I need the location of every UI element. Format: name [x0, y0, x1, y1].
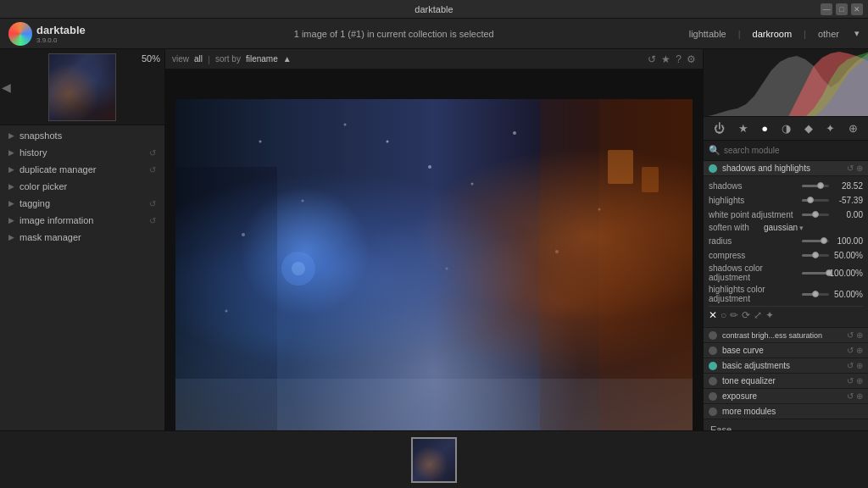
- module-preset-icon[interactable]: ↺: [847, 164, 854, 173]
- svg-rect-3: [642, 167, 659, 192]
- module-base-curve[interactable]: base curve ↺ ⊕: [704, 343, 868, 358]
- filmstrip-thumb-item[interactable]: [411, 437, 457, 483]
- module-tone-equalizer[interactable]: tone equalizer ↺ ⊕: [704, 374, 868, 389]
- tab-darkroom[interactable]: darkroom: [749, 27, 795, 41]
- module-reset-icon[interactable]: ↺: [847, 361, 854, 370]
- module-reset-icon[interactable]: ↺: [847, 346, 854, 355]
- menu-item-duplicate-manager[interactable]: ▶ duplicate manager ↺: [0, 161, 164, 178]
- maximize-button[interactable]: □: [836, 3, 848, 15]
- module-reset-icon[interactable]: ↺: [847, 391, 854, 401]
- minimize-button[interactable]: —: [821, 3, 832, 15]
- menu-item-color-picker[interactable]: ▶ color picker: [0, 178, 164, 195]
- module-instance-icon[interactable]: ⊕: [856, 164, 863, 173]
- view-sep: |: [208, 54, 210, 64]
- slider-thumb[interactable]: [812, 291, 819, 297]
- collapse-left-arrow[interactable]: ◀: [0, 79, 13, 96]
- param-label: compress: [709, 251, 802, 260]
- help-icon[interactable]: ?: [676, 53, 682, 65]
- module-enable-toggle[interactable]: [709, 331, 717, 340]
- tab-other[interactable]: other: [815, 27, 843, 41]
- slider-thumb[interactable]: [817, 182, 824, 189]
- reset-icon[interactable]: ↺: [149, 165, 156, 175]
- highlights-color-slider[interactable]: [802, 288, 829, 300]
- mask-raster-icon[interactable]: ⤢: [754, 309, 762, 321]
- app-version: 3.9.0.0: [36, 36, 86, 44]
- search-module-input[interactable]: [724, 146, 863, 155]
- mask-combine-icon[interactable]: ✦: [765, 309, 774, 321]
- nav-dropdown[interactable]: ▾: [854, 28, 860, 39]
- sort-asc-icon[interactable]: ▲: [283, 54, 292, 64]
- module-instance-icon[interactable]: ⊕: [856, 361, 863, 370]
- param-shadows-color: shadows color adjustment 100.00%: [709, 263, 863, 282]
- mask-path-icon[interactable]: ✏: [730, 309, 738, 321]
- module-actions: ↺ ⊕: [847, 164, 863, 173]
- module-contrast-brightness[interactable]: contrast brigh...ess saturation ↺ ⊕: [704, 328, 868, 343]
- mask-off-icon[interactable]: ✕: [709, 309, 717, 321]
- module-more-modules[interactable]: more modules: [704, 404, 868, 419]
- svg-rect-4: [175, 167, 277, 438]
- module-enable-toggle[interactable]: [709, 392, 717, 401]
- slider-thumb[interactable]: [807, 197, 814, 203]
- module-basic-adjustments[interactable]: basic adjustments ↺ ⊕: [704, 358, 868, 374]
- slider-thumb[interactable]: [812, 252, 819, 258]
- star-icon[interactable]: ★: [661, 53, 670, 65]
- slider-thumb[interactable]: [812, 211, 819, 218]
- menu-item-tagging[interactable]: ▶ tagging ↺: [0, 195, 164, 212]
- menu-item-snapshots[interactable]: ▶ snapshots: [0, 127, 164, 144]
- menu-item-history[interactable]: ▶ history ↺: [0, 144, 164, 161]
- param-value: -57.39: [829, 196, 863, 205]
- nav-sep-2: |: [804, 29, 806, 39]
- reset-icon[interactable]: ↺: [149, 148, 156, 158]
- module-reset-icon[interactable]: ↺: [847, 376, 854, 385]
- radius-slider[interactable]: [802, 235, 829, 247]
- mask-circle-icon[interactable]: ○: [721, 309, 726, 321]
- star-module-icon[interactable]: ★: [735, 120, 752, 136]
- slider-thumb[interactable]: [821, 237, 827, 244]
- slider-track: [802, 199, 829, 202]
- close-button[interactable]: ✕: [851, 3, 863, 15]
- module-instance-icon[interactable]: ⊕: [856, 330, 863, 340]
- slider-thumb[interactable]: [826, 269, 832, 276]
- plus-icon[interactable]: ⊕: [845, 120, 861, 136]
- refresh-icon[interactable]: ↺: [648, 53, 656, 65]
- tab-lighttable[interactable]: lighttable: [686, 27, 730, 41]
- svg-point-9: [344, 124, 347, 126]
- soften-value[interactable]: gaussian: [764, 223, 798, 232]
- arrow-icon: ▶: [8, 131, 14, 140]
- module-enable-toggle[interactable]: [709, 408, 717, 416]
- module-instance-icon[interactable]: ⊕: [856, 376, 863, 385]
- settings-icon[interactable]: ⚙: [687, 53, 696, 65]
- highlights-slider[interactable]: [802, 194, 829, 206]
- circle-icon[interactable]: ●: [758, 120, 771, 136]
- power-icon[interactable]: ⏻: [710, 120, 728, 136]
- param-soften-with: soften with gaussian ▾: [709, 223, 863, 232]
- mask-parametric-icon[interactable]: ⟳: [742, 309, 750, 321]
- compress-slider[interactable]: [802, 249, 829, 261]
- module-shadows-highlights[interactable]: shadows and highlights ↺ ⊕: [704, 161, 868, 176]
- reset-icon[interactable]: ↺: [149, 216, 156, 225]
- reset-icon[interactable]: ↺: [149, 199, 156, 208]
- module-enable-toggle[interactable]: [709, 347, 717, 355]
- menu-item-image-information[interactable]: ▶ image information ↺: [0, 212, 164, 229]
- slider-track: [802, 214, 829, 216]
- half-circle-icon[interactable]: ◑: [778, 120, 794, 136]
- module-enable-toggle[interactable]: [709, 377, 717, 385]
- param-radius: radius 100.00: [709, 235, 863, 247]
- module-reset-icon[interactable]: ↺: [847, 330, 854, 340]
- module-exposure[interactable]: exposure ↺ ⊕: [704, 389, 868, 404]
- param-highlights: highlights -57.39: [709, 194, 863, 206]
- view-select[interactable]: all: [194, 54, 203, 64]
- sparkle-icon[interactable]: ✦: [822, 120, 838, 136]
- white-point-slider[interactable]: [802, 208, 829, 220]
- module-enable-toggle[interactable]: [709, 164, 717, 173]
- module-enable-toggle[interactable]: [709, 362, 717, 370]
- diamond-icon[interactable]: ◆: [801, 120, 816, 136]
- module-instance-icon[interactable]: ⊕: [856, 391, 863, 401]
- image-canvas[interactable]: [165, 69, 703, 468]
- shadows-slider[interactable]: [802, 180, 829, 191]
- arrow-icon: ▶: [8, 148, 14, 157]
- shadows-color-slider[interactable]: [802, 267, 829, 279]
- menu-item-mask-manager[interactable]: ▶ mask manager: [0, 229, 164, 246]
- sort-select[interactable]: filename: [246, 54, 278, 64]
- module-instance-icon[interactable]: ⊕: [856, 346, 863, 355]
